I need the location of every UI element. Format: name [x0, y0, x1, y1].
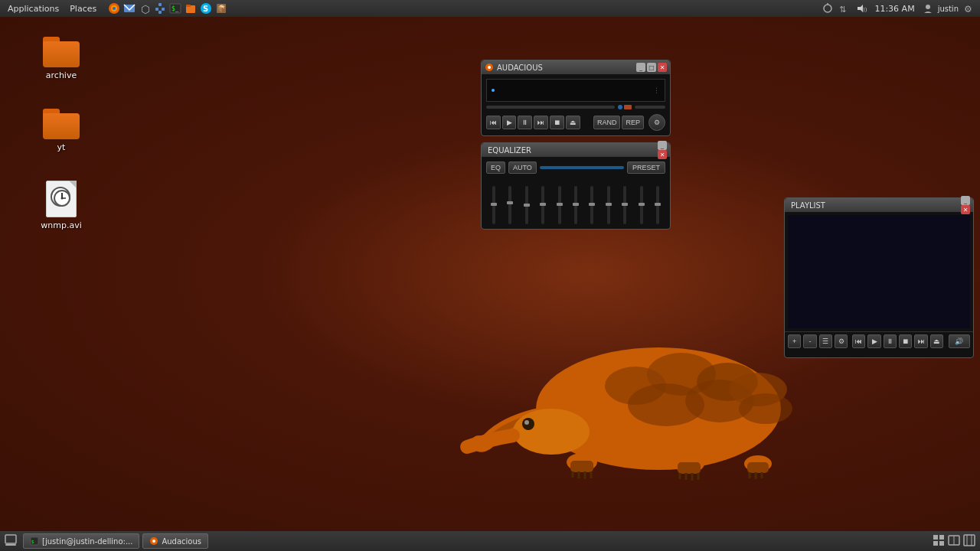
eq-thumb-2[interactable]: [540, 203, 546, 206]
eq-thumb-0[interactable]: [507, 201, 513, 204]
view-icon-2[interactable]: [948, 534, 960, 549]
audacious-task-btn[interactable]: Audacious: [142, 533, 208, 549]
eq-track-8[interactable]: [640, 186, 643, 224]
pl-pause-btn[interactable]: ⏸: [884, 334, 897, 348]
eq-preset-btn[interactable]: PRESET: [627, 161, 665, 174]
eq-thumb-7[interactable]: [622, 203, 628, 206]
svg-point-38: [513, 409, 590, 455]
eq-thumb-5[interactable]: [589, 203, 595, 206]
menu-places[interactable]: Places: [65, 2, 101, 15]
svg-point-22: [926, 5, 930, 9]
playlist-titlebar[interactable]: PLAYLIST _ ✕: [785, 198, 973, 212]
eq-track-9[interactable]: [656, 186, 659, 224]
audacious-titlebar[interactable]: AUDACIOUS _ □ ✕: [482, 60, 670, 74]
pl-remove-btn[interactable]: -: [803, 334, 816, 348]
eq-thumb-1[interactable]: [524, 204, 530, 207]
eq-preamp-track[interactable]: [492, 186, 495, 224]
open-button[interactable]: ⏏: [566, 116, 580, 129]
eq-track-2[interactable]: [541, 186, 544, 224]
equalizer-minimize-btn[interactable]: _: [658, 141, 667, 150]
network-status-icon[interactable]: ⇅: [838, 2, 851, 15]
eq-track-3[interactable]: [558, 186, 561, 224]
playlist-minimize-btn[interactable]: _: [961, 196, 970, 205]
playlist-title: PLAYLIST: [791, 201, 961, 210]
audacious-time-slider[interactable]: [486, 106, 615, 109]
svg-text:)): )): [863, 7, 867, 13]
svg-point-63: [152, 540, 155, 543]
eq-thumb-4[interactable]: [573, 203, 579, 206]
audacious-logo-icon: [485, 63, 494, 72]
desktop-icon-wnmp[interactable]: wnmp.avi: [31, 178, 92, 233]
equalizer-window-controls: _ ✕: [658, 141, 667, 159]
eq-thumb-6[interactable]: [606, 203, 612, 206]
rep-button[interactable]: REP: [622, 116, 644, 129]
network-manager-icon[interactable]: [153, 2, 167, 15]
terminal-task-btn[interactable]: $ [justin@justin-dellino:...: [23, 533, 139, 549]
show-desktop-icon[interactable]: [5, 534, 17, 549]
eq-track-6[interactable]: [607, 186, 610, 224]
svg-text:$_: $_: [172, 5, 179, 12]
eq-track-1[interactable]: [525, 186, 528, 224]
audacious-minimize-btn[interactable]: _: [636, 63, 645, 72]
taskbar-window-buttons: $ [justin@justin-dellino:... Audacious: [23, 533, 208, 549]
pl-misc-btn[interactable]: ⚙: [835, 334, 848, 348]
eq-band-5: [585, 186, 599, 224]
eq-thumb-9[interactable]: [655, 203, 661, 206]
eq-band-9: [651, 186, 665, 224]
pl-select-btn[interactable]: ☰: [819, 334, 832, 348]
pl-next-btn[interactable]: ⏭: [914, 334, 927, 348]
eq-thumb-8[interactable]: [639, 203, 645, 206]
user-icon[interactable]: [921, 2, 935, 15]
pl-add-btn[interactable]: +: [788, 334, 801, 348]
equalizer-close-btn[interactable]: ✕: [658, 150, 667, 159]
eq-toggle-button[interactable]: ⚙: [648, 114, 665, 131]
pl-stop-btn[interactable]: ⏹: [899, 334, 912, 348]
next-button[interactable]: ⏭: [534, 116, 548, 129]
eq-preamp-thumb[interactable]: [491, 203, 497, 206]
desktop-icon-archive[interactable]: archive: [31, 34, 92, 83]
eq-track-7[interactable]: [623, 186, 626, 224]
svg-rect-6: [155, 8, 158, 11]
firefox-icon[interactable]: [107, 2, 121, 15]
eq-track-4[interactable]: [574, 186, 577, 224]
pause-button[interactable]: ⏸: [518, 116, 532, 129]
eq-preamp-slider[interactable]: [540, 166, 624, 169]
view-icon-3[interactable]: [963, 534, 975, 549]
menu-applications[interactable]: Applications: [3, 2, 64, 15]
rand-button[interactable]: RAND: [593, 116, 621, 129]
svg-rect-7: [162, 8, 165, 11]
pl-eject-btn[interactable]: ⏏: [930, 334, 943, 348]
terminal-icon[interactable]: $_: [168, 2, 182, 15]
eq-track-5[interactable]: [590, 186, 593, 224]
eq-track-0[interactable]: [508, 186, 511, 224]
playlist-close-btn[interactable]: ✕: [961, 205, 970, 214]
eq-toggle-btn[interactable]: EQ: [486, 161, 505, 174]
bluetooth-icon[interactable]: ⬡: [138, 2, 152, 15]
audacious-task-icon: [149, 536, 158, 546]
audacious-close-btn[interactable]: ✕: [658, 63, 667, 72]
mail-icon[interactable]: [122, 2, 136, 15]
eq-thumb-3[interactable]: [557, 203, 563, 206]
audacious-volume-slider[interactable]: [635, 106, 665, 109]
pl-volume-btn[interactable]: 🔊: [949, 334, 970, 348]
file-manager-icon[interactable]: [184, 2, 198, 15]
desktop-icon-yt[interactable]: yt: [31, 106, 92, 155]
svg-text:⬡: ⬡: [141, 3, 150, 15]
pl-play-btn[interactable]: ▶: [867, 334, 880, 348]
pl-prev-btn[interactable]: ⏮: [852, 334, 865, 348]
stop-button[interactable]: ⏹: [550, 116, 564, 129]
mixer-icon[interactable]: 📦: [214, 2, 228, 15]
eq-top-row: EQ AUTO PRESET: [486, 161, 665, 174]
view-icon-1[interactable]: [933, 534, 945, 549]
skype-icon[interactable]: S: [199, 2, 213, 15]
desktop: archive yt wnmp.avi: [0, 17, 980, 531]
volume-icon[interactable]: )): [854, 2, 868, 15]
settings-icon[interactable]: ⚙: [962, 2, 975, 15]
power-icon[interactable]: [821, 2, 835, 15]
eq-auto-btn[interactable]: AUTO: [508, 161, 537, 174]
equalizer-titlebar[interactable]: EQUALIZER _ ✕: [482, 143, 670, 157]
play-button[interactable]: ▶: [502, 116, 516, 129]
prev-button[interactable]: ⏮: [486, 116, 501, 129]
audacious-maximize-btn[interactable]: □: [647, 63, 656, 72]
audacious-menu-dots[interactable]: ⋮: [653, 86, 660, 94]
